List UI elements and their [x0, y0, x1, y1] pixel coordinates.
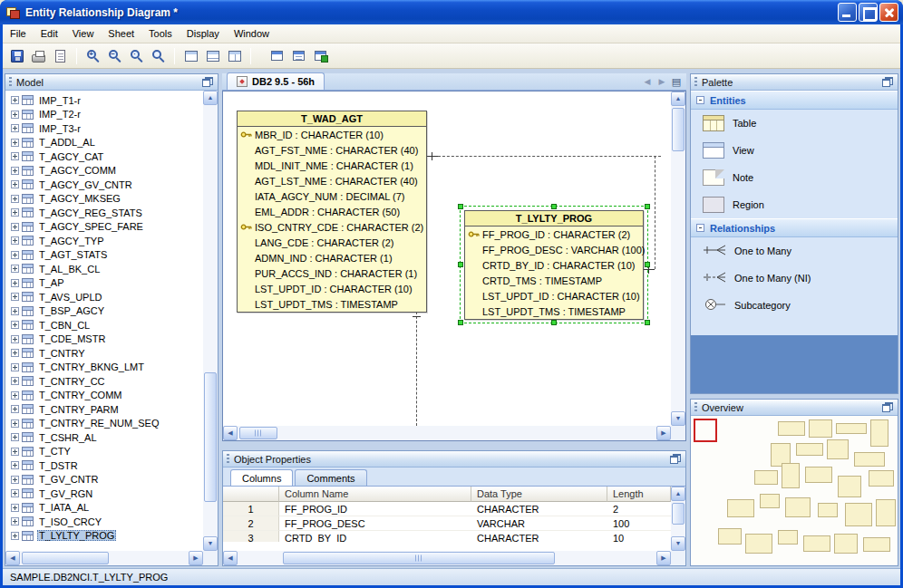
- expand-icon[interactable]: [11, 448, 19, 456]
- expand-icon[interactable]: [11, 517, 19, 525]
- overview-viewport[interactable]: [694, 419, 717, 442]
- tree-item[interactable]: T_CNTRY_RE_NUM_SEQ: [5, 417, 203, 431]
- menu-item[interactable]: Tools: [141, 25, 180, 42]
- tree-item[interactable]: T_GV_RGN: [5, 487, 203, 501]
- zoom-in-icon[interactable]: [83, 46, 103, 66]
- tree-item[interactable]: IMP_T2-r: [5, 108, 203, 122]
- tree-item[interactable]: T_CBN_CL: [5, 318, 203, 333]
- table-row[interactable]: 2 FF_PROG_DESC VARCHAR 100: [223, 516, 671, 531]
- tab-list-icon[interactable]: [670, 75, 683, 88]
- scroll-right-icon[interactable]: [656, 551, 671, 565]
- expand-icon[interactable]: [11, 377, 19, 385]
- scroll-left-icon[interactable]: [5, 551, 20, 565]
- diagram-canvas[interactable]: T_WAD_AGT MBR_ID : CHARACTER (10): [223, 92, 671, 426]
- tree-item[interactable]: T_CNTRY: [5, 346, 203, 361]
- expand-icon[interactable]: [11, 152, 19, 160]
- entity-t-wad-agt[interactable]: T_WAD_AGT MBR_ID : CHARACTER (10): [237, 111, 427, 313]
- tree-item[interactable]: T_DSTR: [5, 458, 203, 473]
- table-horizontal-scrollbar[interactable]: [223, 551, 671, 565]
- expand-icon[interactable]: [11, 321, 19, 329]
- scroll-left-icon[interactable]: [223, 426, 238, 440]
- scroll-up-icon[interactable]: [671, 487, 685, 501]
- expand-icon[interactable]: [11, 405, 19, 413]
- expand-icon[interactable]: [11, 236, 19, 245]
- tree-item[interactable]: T_ADDL_AL: [5, 136, 203, 150]
- tree-item[interactable]: T_CSHR_AL: [5, 430, 203, 445]
- tree-item[interactable]: T_GV_CNTR: [5, 473, 203, 487]
- palette-item-note[interactable]: Note: [691, 164, 898, 191]
- split-horizontal-icon[interactable]: [202, 46, 223, 66]
- selection-handle[interactable]: [645, 320, 650, 325]
- expand-icon[interactable]: [11, 208, 19, 217]
- grid-view-icon[interactable]: [180, 46, 201, 66]
- selection-handle[interactable]: [645, 262, 650, 267]
- tree-item[interactable]: T_AGT_STATS: [5, 248, 203, 263]
- canvas-horizontal-scrollbar[interactable]: [223, 426, 671, 440]
- panel-grip[interactable]: [694, 77, 697, 87]
- palette-item-one-to-many-ni[interactable]: One to Many (NI): [691, 265, 898, 292]
- tree-item[interactable]: T_CTY: [5, 445, 203, 459]
- entity-column[interactable]: FF_PROG_DESC : VARCHAR (100): [465, 242, 643, 257]
- expand-icon[interactable]: [11, 293, 19, 301]
- tree-item[interactable]: T_CNTRY_COMM: [5, 389, 203, 403]
- expand-icon[interactable]: [11, 391, 19, 400]
- entity-column[interactable]: AGT_LST_NME : CHARACTER (40): [238, 173, 426, 188]
- tree-item[interactable]: T_AGCY_CAT: [5, 149, 203, 164]
- tree-item[interactable]: T_AGCY_SPEC_FARE: [5, 220, 203, 235]
- tree-item[interactable]: T_CNTRY_CC: [5, 374, 203, 389]
- tree-item[interactable]: IMP_T1-r: [5, 93, 203, 108]
- entity-column[interactable]: LST_UPDT_ID : CHARACTER (10): [465, 288, 643, 304]
- scrollbar-thumb[interactable]: [672, 108, 685, 151]
- entity-column[interactable]: AGT_FST_NME : CHARACTER (40): [238, 142, 426, 158]
- scroll-left-icon[interactable]: [223, 551, 238, 565]
- menu-item[interactable]: Sheet: [101, 25, 141, 42]
- expand-icon[interactable]: [11, 124, 19, 132]
- minimize-panel-icon[interactable]: [882, 77, 893, 87]
- entity-column[interactable]: IATA_AGCY_NUM : DECIMAL (7): [238, 188, 426, 204]
- table-vertical-scrollbar[interactable]: [671, 487, 685, 551]
- minimize-button[interactable]: [838, 3, 857, 22]
- model-vertical-scrollbar[interactable]: [203, 91, 218, 551]
- entity-column[interactable]: CRTD_TMS : TIMESTAMP: [465, 273, 643, 288]
- tree-item[interactable]: T_IATA_AL: [5, 501, 203, 516]
- expand-icon[interactable]: [11, 349, 19, 357]
- entity-column[interactable]: LANG_CDE : CHARACTER (2): [238, 235, 426, 250]
- tree-item[interactable]: T_ISO_CRCY: [5, 515, 203, 529]
- entity-t-lylty-prog[interactable]: T_LYLTY_PROG FF_PROG_ID : CHARACTER (2): [464, 210, 644, 320]
- maximize-button[interactable]: [859, 3, 878, 22]
- menu-item[interactable]: File: [3, 25, 34, 42]
- expand-icon[interactable]: [11, 363, 19, 371]
- expand-icon[interactable]: [11, 111, 19, 119]
- scrollbar-thumb[interactable]: [239, 427, 277, 439]
- selection-handle[interactable]: [458, 262, 463, 267]
- expand-icon[interactable]: [11, 223, 19, 231]
- expand-icon[interactable]: [11, 279, 19, 287]
- tree-item[interactable]: T_AL_BK_CL: [5, 262, 203, 276]
- panel-grip[interactable]: [227, 454, 229, 464]
- expand-icon[interactable]: [11, 167, 19, 175]
- expand-icon[interactable]: [11, 489, 19, 497]
- scroll-down-icon[interactable]: [671, 536, 685, 551]
- data-type-header[interactable]: Data Type: [471, 487, 607, 502]
- scrollbar-thumb[interactable]: [283, 552, 555, 564]
- scroll-down-icon[interactable]: [671, 411, 685, 426]
- minimize-panel-icon[interactable]: [202, 77, 213, 87]
- canvas-vertical-scrollbar[interactable]: [671, 92, 685, 426]
- collapse-icon[interactable]: [696, 224, 704, 232]
- tree-item[interactable]: T_AGCY_TYP: [5, 234, 203, 248]
- expand-icon[interactable]: [11, 476, 19, 484]
- menu-item[interactable]: View: [65, 25, 102, 42]
- scroll-up-icon[interactable]: [203, 91, 218, 105]
- palette-item-table[interactable]: Table: [691, 110, 898, 137]
- selection-handle[interactable]: [645, 204, 650, 209]
- next-tab-icon[interactable]: [655, 75, 668, 88]
- menu-item[interactable]: Display: [180, 25, 227, 42]
- sheet-properties-icon[interactable]: [310, 46, 331, 66]
- tab-columns[interactable]: Columns: [230, 469, 293, 486]
- split-vertical-icon[interactable]: [224, 46, 245, 66]
- entity-title[interactable]: T_LYLTY_PROG: [465, 211, 643, 227]
- palette-section-entities[interactable]: Entities: [691, 91, 898, 110]
- tree-item[interactable]: T_BSP_AGCY: [5, 304, 203, 319]
- scroll-right-icon[interactable]: [656, 426, 671, 440]
- table-row[interactable]: 3 CRTD_BY_ID CHARACTER 10: [223, 531, 671, 542]
